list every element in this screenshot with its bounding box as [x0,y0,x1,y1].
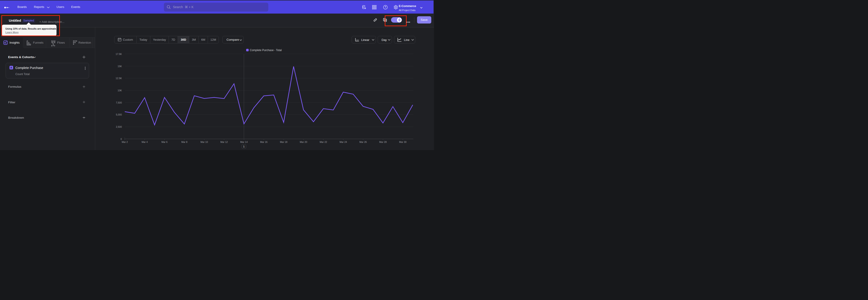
svg-text:Mar 28: Mar 28 [379,141,387,143]
svg-text:10K: 10K [118,89,122,92]
svg-text:Mar 6: Mar 6 [161,141,167,143]
svg-text:Mar 10: Mar 10 [200,141,208,143]
svg-text:2,500: 2,500 [116,125,122,128]
svg-text:Mar 22: Mar 22 [320,141,327,143]
svg-text:Mar 2: Mar 2 [122,141,128,143]
svg-text:Mar 8: Mar 8 [181,141,187,143]
svg-text:Mar 26: Mar 26 [360,141,367,143]
svg-text:Mar 16: Mar 16 [260,141,268,143]
svg-text:17.5K: 17.5K [116,53,122,55]
svg-text:Mar 30: Mar 30 [399,141,407,143]
svg-text:0: 0 [121,138,122,140]
svg-text:5,000: 5,000 [116,113,122,116]
svg-text:15K: 15K [118,65,122,68]
svg-text:Mar 18: Mar 18 [280,141,287,143]
svg-text:Mar 24: Mar 24 [340,141,347,143]
svg-text:7,500: 7,500 [116,101,122,104]
svg-text:Mar 12: Mar 12 [220,141,228,143]
svg-text:Mar 20: Mar 20 [300,141,307,143]
svg-text:Mar 14: Mar 14 [240,141,248,143]
svg-text:Mar 4: Mar 4 [142,141,148,143]
svg-text:12.5K: 12.5K [116,77,122,80]
